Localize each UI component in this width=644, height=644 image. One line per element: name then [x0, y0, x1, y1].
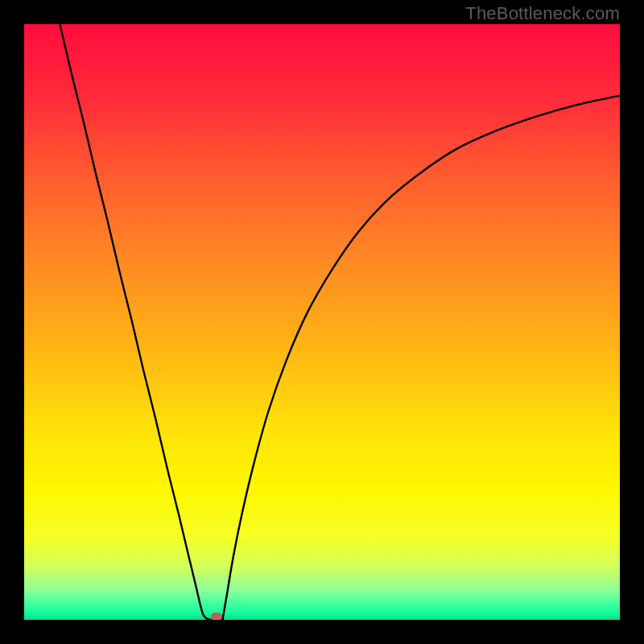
curve-right-branch [222, 96, 620, 620]
chart-frame: TheBottleneck.com [0, 0, 644, 644]
bottleneck-curve [24, 24, 620, 620]
curve-left-branch [60, 24, 210, 620]
minimum-marker [211, 613, 222, 620]
watermark-text: TheBottleneck.com [465, 3, 620, 24]
plot-area [24, 24, 620, 620]
